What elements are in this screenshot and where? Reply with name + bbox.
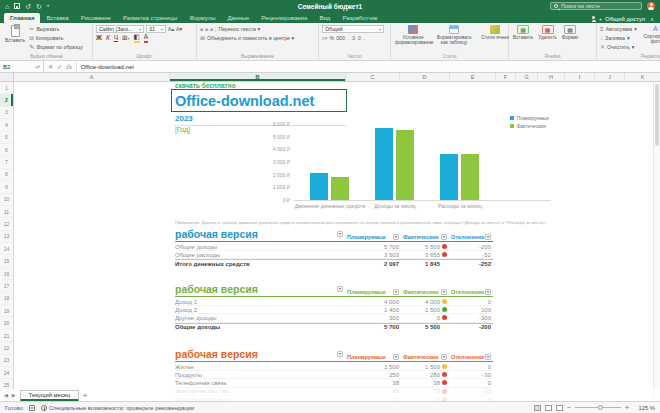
- grow-font-button[interactable]: A▴: [168, 25, 174, 33]
- zoom-in-button[interactable]: +: [625, 404, 629, 411]
- bar-Фактические[interactable]: [331, 177, 349, 200]
- row-header-9[interactable]: 9: [0, 181, 13, 193]
- table-row[interactable]: Другие доходы3000-300: [175, 314, 493, 322]
- formula-input[interactable]: Office-download.net: [77, 61, 138, 72]
- align-left-icon[interactable]: ≡: [200, 26, 203, 32]
- column-header-A[interactable]: A: [14, 73, 170, 81]
- clear-button[interactable]: ✕Очистить ▾: [600, 43, 637, 51]
- decrease-decimal-button[interactable]: .0→: [357, 36, 365, 41]
- row-header-7[interactable]: 7: [0, 156, 13, 168]
- zoom-slider[interactable]: [575, 407, 621, 408]
- bar-Фактические[interactable]: [396, 130, 414, 200]
- row-header-24[interactable]: 24: [0, 367, 13, 379]
- next-sheet-icon[interactable]: ▶: [12, 392, 16, 398]
- sheet-tab-current-month[interactable]: Текущий месяц: [20, 390, 79, 401]
- row-header-11[interactable]: 11: [0, 206, 13, 218]
- user-avatar[interactable]: [647, 2, 655, 10]
- autosum-button[interactable]: ΣАвтосумма ▾: [600, 25, 637, 33]
- page-break-view-button[interactable]: [556, 405, 563, 411]
- row-header-20[interactable]: 20: [0, 317, 13, 329]
- row-header-3[interactable]: 3: [0, 107, 13, 119]
- accessibility-status[interactable]: Специальные возможности: проверьте реком…: [41, 405, 194, 411]
- format-as-table-button[interactable]: Форматировать как таблицу: [435, 25, 473, 46]
- home-icon[interactable]: ⌂: [5, 3, 9, 10]
- row-header-13[interactable]: 13: [0, 231, 13, 243]
- row-header-1[interactable]: 1: [0, 82, 13, 94]
- ribbon-tab-Рецензирование[interactable]: Рецензирование: [255, 13, 313, 23]
- share-button[interactable]: + Общий доступ ∧: [592, 16, 654, 22]
- add-sheet-button[interactable]: +: [83, 392, 87, 399]
- bar-Планируемые[interactable]: [310, 173, 328, 200]
- row-header-2[interactable]: 2: [0, 94, 13, 106]
- cut-button[interactable]: ✂Вырезать: [29, 25, 83, 33]
- row-header-22[interactable]: 22: [0, 342, 13, 354]
- column-header-K[interactable]: K: [625, 73, 660, 81]
- column-header-C[interactable]: C: [346, 73, 400, 81]
- table-row[interactable]: Итого денежных средств2 0971 845-252: [175, 259, 493, 267]
- ribbon-tab-Формулы[interactable]: Формулы: [183, 13, 221, 23]
- ribbon-tab-Разметка страницы[interactable]: Разметка страницы: [117, 13, 183, 23]
- zoom-out-button[interactable]: −: [567, 404, 571, 411]
- row-header-12[interactable]: 12: [0, 218, 13, 230]
- column-header-F[interactable]: F: [496, 73, 516, 81]
- zoom-slider-knob[interactable]: [598, 405, 603, 410]
- table-row[interactable]: Жилье1 5001 5000: [175, 363, 493, 371]
- filter-dropdown-icon[interactable]: ▾: [485, 354, 491, 360]
- row-header-17[interactable]: 17: [0, 280, 13, 292]
- prev-sheet-icon[interactable]: ◀: [4, 392, 8, 398]
- select-all-corner[interactable]: [0, 73, 14, 81]
- row-header-10[interactable]: 10: [0, 194, 13, 206]
- scrollbar-thumb[interactable]: [655, 84, 659, 146]
- font-color-button[interactable]: А: [144, 34, 148, 43]
- column-header-I[interactable]: I: [565, 73, 595, 81]
- search-input[interactable]: Поиск на листе: [550, 2, 642, 10]
- ribbon-tab-Главная[interactable]: Главная: [4, 13, 40, 23]
- insert-function-icon[interactable]: fx: [66, 63, 72, 70]
- merge-center-button[interactable]: Объединить и поместить в центре ▾: [207, 35, 294, 41]
- table-row[interactable]: Общие доходы5 7005 500-200: [175, 243, 493, 251]
- filter-dropdown-icon[interactable]: ▾: [485, 234, 491, 240]
- redo-icon[interactable]: ↻: [36, 3, 42, 10]
- table-row[interactable]: Общие расходы3 6033 655-52: [175, 251, 493, 259]
- bold-button[interactable]: Ж: [96, 35, 102, 42]
- insert-cells-button[interactable]: ▦ Вставить: [512, 25, 534, 40]
- thousands-button[interactable]: 000: [336, 35, 345, 41]
- font-size-select[interactable]: 31▾: [146, 25, 166, 33]
- undo-icon[interactable]: ↺: [25, 3, 31, 10]
- vertical-scrollbar[interactable]: [653, 82, 660, 413]
- macro-record-icon[interactable]: [29, 405, 35, 411]
- italic-button[interactable]: К: [106, 35, 110, 42]
- save-icon[interactable]: [14, 3, 20, 9]
- budget-chart[interactable]: 6 000 ₽5 000 ₽4 000 ₽3 000 ₽2 000 ₽1 000…: [263, 113, 555, 217]
- column-header-E[interactable]: E: [450, 73, 496, 81]
- page-layout-view-button[interactable]: [545, 405, 552, 411]
- row-header-4[interactable]: 4: [0, 119, 13, 131]
- row-header-8[interactable]: 8: [0, 169, 13, 181]
- ribbon-tab-Вид[interactable]: Вид: [314, 13, 337, 23]
- row-header-15[interactable]: 15: [0, 255, 13, 267]
- row-header-19[interactable]: 19: [0, 305, 13, 317]
- column-header-H[interactable]: H: [538, 73, 565, 81]
- confirm-entry-icon[interactable]: ✓: [57, 63, 62, 70]
- collapse-ribbon-icon[interactable]: ∧: [650, 16, 654, 22]
- zoom-level[interactable]: 125 %: [633, 405, 655, 411]
- ribbon-tab-Разработчик[interactable]: Разработчик: [336, 13, 383, 23]
- align-center-icon[interactable]: ≡: [205, 26, 208, 32]
- free-download-text[interactable]: скачать бесплатно: [175, 82, 236, 89]
- number-format-select[interactable]: Общий▾: [322, 25, 384, 33]
- row-header-16[interactable]: 16: [0, 268, 13, 280]
- increase-decimal-button[interactable]: ←.0: [347, 36, 355, 41]
- delete-cells-button[interactable]: ▦ Удалить: [537, 25, 557, 40]
- qat-dropdown-icon[interactable]: ▾: [47, 4, 49, 8]
- selected-cell-b2[interactable]: Office-download.net: [171, 89, 347, 112]
- format-cells-button[interactable]: ▦ Формат: [561, 25, 580, 40]
- font-name-select[interactable]: Calibri (Заго...▾: [96, 25, 144, 33]
- row-header-23[interactable]: 23: [0, 355, 13, 367]
- table-row[interactable]: Телефонная связь38380: [175, 379, 493, 387]
- name-box[interactable]: B2▴▾: [0, 61, 44, 72]
- table-row[interactable]: Общие доходы5 7005 500-200: [175, 323, 493, 331]
- bar-Планируемые[interactable]: [440, 154, 458, 200]
- currency-icon[interactable]: ¤▾: [322, 35, 328, 41]
- bar-Планируемые[interactable]: [375, 128, 393, 200]
- year-label-cell[interactable]: [Год]: [175, 126, 190, 133]
